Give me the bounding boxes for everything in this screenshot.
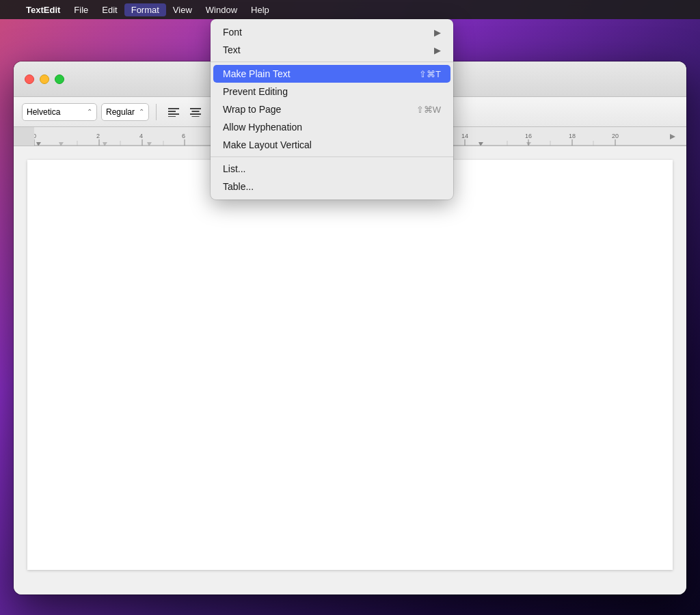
menubar-format[interactable]: Format — [124, 3, 166, 16]
format-menu-prevent-editing[interactable]: Prevent Editing — [211, 83, 453, 100]
format-menu-make-layout-vertical[interactable]: Make Layout Vertical — [211, 136, 453, 154]
format-menu-text[interactable]: Text ▶ — [211, 41, 453, 59]
format-menu-table[interactable]: Table... — [211, 178, 453, 195]
format-menu-prevent-editing-label: Prevent Editing — [223, 86, 288, 97]
font-family-selector[interactable]: Helvetica ⌃ — [22, 103, 97, 121]
svg-text:16: 16 — [525, 133, 532, 139]
minimize-button[interactable] — [40, 74, 49, 84]
menubar-edit[interactable]: Edit — [95, 3, 124, 16]
font-family-label: Helvetica — [27, 107, 60, 117]
align-left-icon — [168, 107, 179, 117]
format-menu-make-plain-text[interactable]: Make Plain Text ⇧⌘T — [213, 65, 450, 83]
font-family-chevron: ⌃ — [87, 108, 92, 115]
menubar-textedit[interactable]: TextEdit — [19, 3, 67, 16]
svg-text:4: 4 — [139, 133, 143, 139]
menubar-window[interactable]: Window — [199, 3, 244, 16]
svg-rect-3 — [168, 116, 176, 117]
apple-menu[interactable] — [5, 8, 19, 11]
menubar-file[interactable]: File — [67, 3, 95, 16]
svg-text:20: 20 — [612, 133, 619, 139]
menubar: TextEdit File Edit Format View Window He… — [0, 0, 700, 19]
svg-rect-1 — [168, 111, 176, 112]
format-menu-wrap-to-page[interactable]: Wrap to Page ⇧⌘W — [211, 100, 453, 118]
svg-text:14: 14 — [461, 133, 468, 139]
menu-separator-1 — [211, 62, 453, 62]
format-menu-font-arrow: ▶ — [434, 27, 441, 38]
svg-text:18: 18 — [569, 133, 576, 139]
svg-rect-2 — [168, 113, 179, 115]
font-style-label: Regular — [106, 107, 135, 117]
svg-text:2: 2 — [96, 133, 100, 139]
document-area[interactable] — [14, 146, 686, 594]
format-menu-wrap-to-page-label: Wrap to Page — [223, 104, 281, 115]
toolbar-separator-1 — [156, 104, 157, 120]
font-style-chevron: ⌃ — [139, 108, 144, 115]
align-center-button[interactable] — [185, 103, 206, 121]
maximize-button[interactable] — [55, 74, 64, 84]
format-menu-text-arrow: ▶ — [434, 45, 441, 55]
svg-rect-53 — [14, 127, 34, 146]
format-menu-allow-hyphenation[interactable]: Allow Hyphenation — [211, 118, 453, 136]
format-menu-table-label: Table... — [223, 181, 254, 192]
format-menu-wrap-to-page-shortcut: ⇧⌘W — [416, 105, 441, 115]
format-menu-list-label: List... — [223, 163, 245, 174]
menubar-view[interactable]: View — [166, 3, 199, 16]
svg-text:6: 6 — [182, 133, 185, 139]
align-center-icon — [190, 107, 201, 117]
format-menu-make-plain-text-shortcut: ⇧⌘T — [419, 69, 441, 79]
format-menu-allow-hyphenation-label: Allow Hyphenation — [223, 122, 302, 133]
close-button[interactable] — [25, 74, 34, 84]
traffic-lights — [25, 74, 64, 84]
svg-rect-5 — [192, 111, 200, 112]
format-menu-text-label: Text — [223, 44, 241, 55]
format-menu-list[interactable]: List... — [211, 160, 453, 178]
format-dropdown-menu: Font ▶ Text ▶ Make Plain Text ⇧⌘T Preven… — [211, 19, 453, 200]
align-left-button[interactable] — [163, 103, 184, 121]
svg-rect-7 — [192, 116, 200, 117]
menu-separator-2 — [211, 156, 453, 157]
format-menu-font-label: Font — [223, 27, 242, 38]
svg-rect-0 — [168, 108, 179, 109]
svg-rect-6 — [190, 113, 201, 115]
format-menu-make-plain-text-label: Make Plain Text — [223, 68, 291, 79]
document-page[interactable] — [27, 160, 673, 570]
format-menu-font[interactable]: Font ▶ — [211, 23, 453, 41]
menubar-help[interactable]: Help — [244, 3, 276, 16]
font-style-selector[interactable]: Regular ⌃ — [101, 103, 149, 121]
svg-rect-4 — [190, 108, 201, 109]
format-menu-make-layout-vertical-label: Make Layout Vertical — [223, 139, 312, 150]
